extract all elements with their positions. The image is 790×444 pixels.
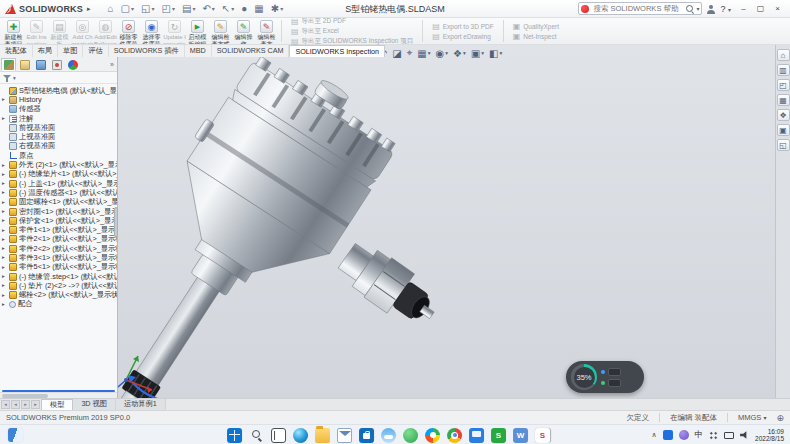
ribbon-tab[interactable]: SOLIDWORKS 插件 bbox=[109, 45, 185, 57]
close-button[interactable]: × bbox=[769, 2, 786, 16]
microsoft-store[interactable] bbox=[359, 428, 374, 443]
file-explorer[interactable] bbox=[315, 428, 330, 443]
solidworks-app[interactable]: S bbox=[535, 428, 550, 443]
export-menu-item[interactable]: ▤导出至 2D PDF bbox=[291, 17, 413, 26]
appearances-scenes-icon[interactable]: ❖ bbox=[777, 109, 790, 121]
ribbon-tab[interactable]: MBD bbox=[185, 45, 212, 57]
tree-item[interactable]: ▸ (-) 温度传感器<1> (默认<<默认>_ bbox=[0, 188, 117, 197]
ribbon-button[interactable]: 新建检查项目 (amp.树) bbox=[2, 18, 25, 44]
tree-item[interactable]: ▸ 零件2<2> (默认<<默认>_显示状 bbox=[0, 244, 117, 253]
doc-tab[interactable]: 运动算例1 bbox=[116, 399, 166, 410]
ribbon-button[interactable]: 新建模板 bbox=[48, 18, 71, 44]
taskbar-clock[interactable]: 16:09 2022/8/15 bbox=[755, 428, 784, 443]
mail-app[interactable] bbox=[337, 428, 352, 443]
select-cursor-icon[interactable]: ↖▾ bbox=[219, 3, 237, 15]
tree-item[interactable]: ▸ 螺栓<2> (默认<<默认>_显示状态 bbox=[0, 291, 117, 300]
tree-item[interactable]: ▸ 零件2<1> (默认<<默认>_显示状 bbox=[0, 235, 117, 244]
360-safe[interactable] bbox=[403, 428, 418, 443]
tree-item[interactable]: ▸ 保护套<1> (默认<<默认>_显示状 bbox=[0, 216, 117, 225]
tree-item[interactable]: ▸ 传感器 bbox=[0, 105, 117, 114]
ime-language-icon[interactable]: 中 bbox=[695, 429, 704, 441]
display-style-icon[interactable]: ◉▾ bbox=[435, 48, 448, 59]
tree-item[interactable]: ▸ 零件1<1> (默认<<默认>_显示状态 bbox=[0, 225, 117, 234]
tree-item[interactable]: ▸ 零件5<1> (默认<<默认>_显示状 bbox=[0, 263, 117, 272]
tree-item[interactable]: ▸ 配合 bbox=[0, 300, 117, 309]
weather-app[interactable] bbox=[381, 428, 396, 443]
wps-app[interactable]: S bbox=[491, 428, 506, 443]
forum-icon[interactable]: ◱ bbox=[777, 139, 790, 151]
undo-icon[interactable]: ↶▾ bbox=[199, 3, 217, 15]
chrome-browser[interactable] bbox=[447, 428, 462, 443]
quality-menu-item[interactable]: ▣Net-Inspect bbox=[513, 32, 559, 41]
ribbon-button[interactable]: 移除零件序号 bbox=[117, 18, 140, 44]
minimize-button[interactable]: – bbox=[735, 2, 752, 16]
search-dropdown-icon[interactable]: ▾ bbox=[696, 5, 699, 12]
doc-tab-nav-button[interactable]: ◂ bbox=[11, 400, 20, 409]
doc-tab-nav-button[interactable]: ▸ bbox=[31, 400, 40, 409]
doc-tab[interactable]: 3D 视图 bbox=[73, 399, 116, 410]
tree-item[interactable]: ▸ S型铂铑热电偶 (默认<默认_显示状态-1 bbox=[0, 86, 117, 95]
search-input[interactable] bbox=[591, 3, 683, 14]
quality-menu-item[interactable]: ▣QualityXpert bbox=[513, 22, 559, 31]
ribbon-button[interactable]: Add/Edit Balloons bbox=[94, 18, 117, 44]
doc-tab-nav-button[interactable]: ◂ bbox=[1, 400, 10, 409]
rebuild-icon[interactable]: ● bbox=[238, 3, 250, 15]
units-selector[interactable]: MMGS ▾ bbox=[736, 413, 768, 422]
panel-splitter-handle[interactable] bbox=[114, 207, 118, 237]
ribbon-button[interactable]: 编辑操作 bbox=[232, 18, 255, 44]
options-icon[interactable]: ✱▾ bbox=[268, 3, 286, 15]
section-view-icon[interactable]: ◪ bbox=[392, 48, 401, 59]
view-orientation-icon[interactable]: ▦▾ bbox=[417, 48, 430, 59]
tree-item[interactable]: ▸ 固定螺栓<1> (默认<<默认>_显示 bbox=[0, 198, 117, 207]
view-settings-icon[interactable]: ◧▾ bbox=[489, 48, 502, 59]
units-globe-icon[interactable]: ⊕ bbox=[776, 413, 784, 423]
ribbon-button[interactable]: Edit Inspection Project bbox=[25, 18, 48, 44]
taskbar-search[interactable] bbox=[249, 428, 264, 443]
task-view[interactable] bbox=[271, 428, 286, 443]
tree-item[interactable]: ▸ 外壳 (2)<1> (默认<<默认>_显示状 bbox=[0, 160, 117, 169]
hide-show-items-icon[interactable]: ❖▾ bbox=[453, 48, 466, 59]
ribbon-button[interactable]: 编辑检查方式 bbox=[209, 18, 232, 44]
menu-flyout-icon[interactable]: ▸ bbox=[87, 5, 91, 13]
tree-item[interactable]: ▸ History bbox=[0, 95, 117, 104]
volume-icon[interactable] bbox=[740, 431, 749, 440]
ribbon-tab[interactable]: 布局 bbox=[33, 45, 58, 57]
tree-item[interactable]: ▸ (-) 绝缘垫片<1> (默认<<默认>_显 bbox=[0, 170, 117, 179]
ribbon-tab[interactable]: 评估 bbox=[83, 45, 108, 57]
panel-tabs-overflow-icon[interactable]: » bbox=[110, 61, 116, 68]
save-icon[interactable]: ◰▾ bbox=[159, 3, 178, 15]
ribbon-tab[interactable]: SOLIDWORKS Inspection bbox=[289, 45, 385, 57]
remote-desktop-app[interactable] bbox=[469, 428, 484, 443]
tree-filter[interactable]: ▾ bbox=[0, 72, 117, 84]
widgets-button[interactable] bbox=[8, 428, 23, 442]
tree-item[interactable]: ▸ (-) 绝缘管.step<1> (默认<<默认> bbox=[0, 272, 117, 281]
cloud-sync-icon[interactable] bbox=[663, 430, 673, 440]
recorder-button-top[interactable] bbox=[608, 368, 621, 376]
edit-appearance-icon[interactable]: ▣▾ bbox=[471, 48, 484, 59]
start-button[interactable] bbox=[227, 428, 242, 443]
dynamic-annotation-icon[interactable]: ⌖ bbox=[407, 47, 413, 59]
ime-keyboard-icon[interactable] bbox=[709, 431, 718, 440]
ribbon-tab[interactable]: 草图 bbox=[58, 45, 83, 57]
displaymanager-tab[interactable] bbox=[65, 58, 80, 71]
solidworks-resources-icon[interactable]: ⌂ bbox=[777, 49, 790, 61]
help-search-box[interactable]: ▾ bbox=[578, 2, 702, 15]
configurationmanager-tab[interactable] bbox=[33, 58, 48, 71]
help-button[interactable]: ? ▾ bbox=[720, 4, 731, 14]
ribbon-button[interactable]: 选择零件序号 bbox=[140, 18, 163, 44]
export-menu-item[interactable]: ▤导出至 Excel bbox=[291, 27, 413, 36]
login-icon[interactable] bbox=[706, 4, 716, 14]
tree-item[interactable]: ▸ 右视基准面 bbox=[0, 142, 117, 151]
filter-dropdown-icon[interactable]: ▾ bbox=[13, 75, 16, 81]
export-menu-item[interactable]: ▤Export to 3D PDF bbox=[432, 22, 494, 31]
360-browser[interactable] bbox=[425, 428, 440, 443]
dimxpertmanager-tab[interactable] bbox=[49, 58, 64, 71]
home-icon[interactable]: ⌂ bbox=[105, 3, 117, 15]
tree-item[interactable]: ▸ 原点 bbox=[0, 151, 117, 160]
featuremanager-tab[interactable] bbox=[1, 58, 16, 71]
file-explorer-icon[interactable]: ◰ bbox=[777, 79, 790, 91]
ribbon-tab[interactable]: 装配体 bbox=[0, 45, 33, 57]
ribbon-tab[interactable]: SOLIDWORKS CAM bbox=[212, 45, 290, 57]
tree-item[interactable]: ▸ (-) 垫片 (2)<2> ->? (默认<<默认> bbox=[0, 281, 117, 290]
tree-item[interactable]: ▸ (-) 上盖<1> (默认<<默认>_显示状 bbox=[0, 179, 117, 188]
